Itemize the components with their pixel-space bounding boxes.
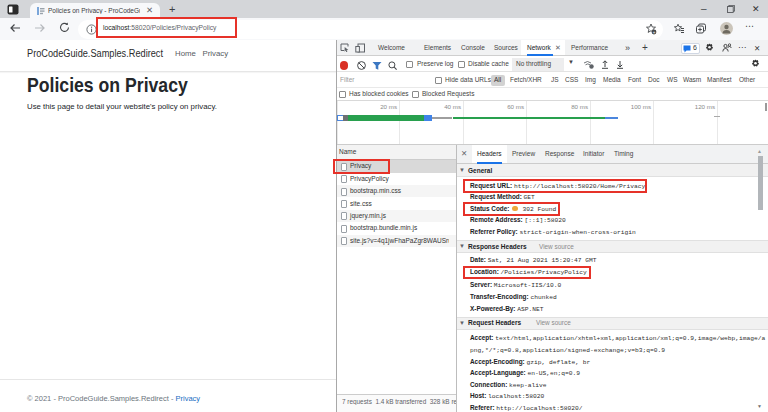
svg-text:+: + (653, 30, 656, 35)
